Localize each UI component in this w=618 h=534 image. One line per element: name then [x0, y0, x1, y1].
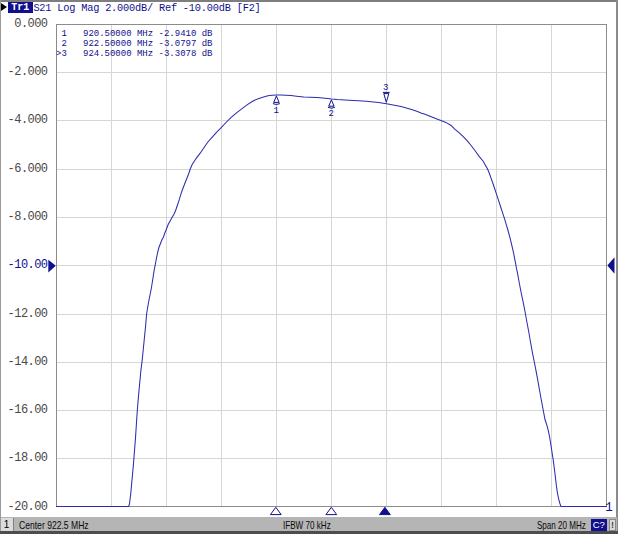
svg-text:1: 1: [273, 106, 278, 116]
svg-text:3: 3: [383, 83, 388, 93]
svg-text:2: 2: [328, 109, 333, 119]
